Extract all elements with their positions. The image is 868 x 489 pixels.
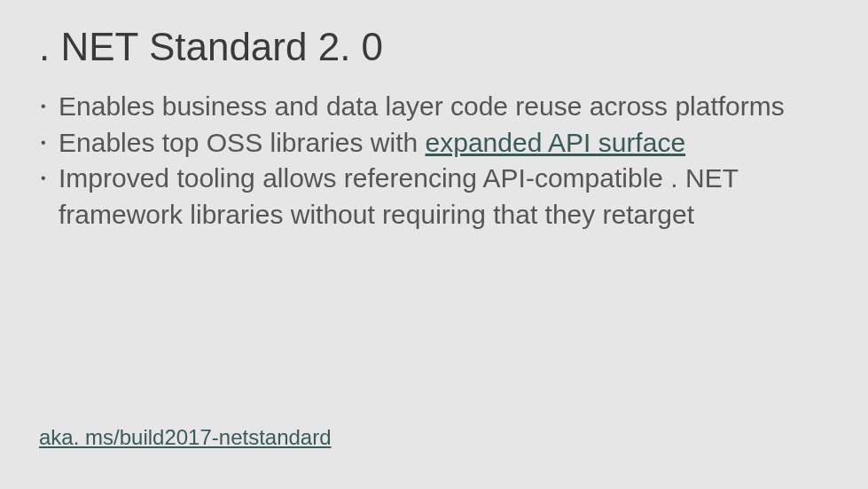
bullet-text-pre: Improved tooling allows referencing API-… <box>59 163 738 229</box>
footer-link[interactable]: aka. ms/build2017-netstandard <box>39 425 332 450</box>
slide-title: . NET Standard 2. 0 <box>39 25 829 69</box>
bullet-text-pre: Enables top OSS libraries with <box>59 128 426 157</box>
bullet-list: Enables business and data layer code reu… <box>39 89 829 233</box>
list-item: Improved tooling allows referencing API-… <box>39 161 829 233</box>
bullet-link[interactable]: expanded API surface <box>426 128 686 157</box>
bullet-text-pre: Enables business and data layer code reu… <box>59 91 785 121</box>
list-item: Enables top OSS libraries with expanded … <box>39 125 829 162</box>
list-item: Enables business and data layer code reu… <box>39 89 829 125</box>
